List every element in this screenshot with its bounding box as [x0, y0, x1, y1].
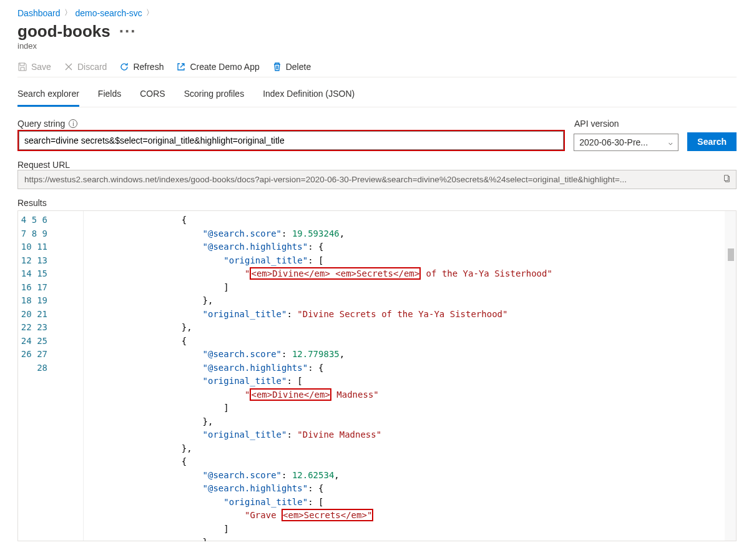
tab-fields[interactable]: Fields [98, 85, 121, 107]
delete-button[interactable]: Delete [272, 62, 311, 72]
page-title: good-books ··· [17, 22, 737, 41]
query-string-input[interactable] [19, 131, 564, 150]
breadcrumb: Dashboard 〉 demo-search-svc 〉 [17, 0, 737, 18]
code-content: { "@search.score": 19.593246, "@search.h… [84, 211, 736, 541]
results-label: Results [17, 198, 737, 208]
scrollbar-thumb[interactable] [728, 248, 734, 261]
more-actions-icon[interactable]: ··· [119, 22, 137, 41]
query-string-label: Query string i [17, 119, 566, 129]
discard-button[interactable]: Discard [64, 62, 107, 72]
chevron-right-icon: 〉 [146, 7, 154, 18]
command-bar: Save Discard Refresh Create Demo App Del… [17, 62, 737, 77]
request-url-label: Request URL [17, 160, 737, 170]
vertical-scrollbar[interactable] [725, 211, 736, 541]
save-icon [17, 62, 27, 72]
api-version-select[interactable]: 2020-06-30-Pre... ⌵ [574, 134, 678, 151]
api-version-label: API version [574, 119, 679, 129]
create-demo-app-button[interactable]: Create Demo App [176, 62, 259, 72]
refresh-button[interactable]: Refresh [119, 62, 164, 72]
page-subtitle: index [17, 41, 737, 51]
tab-index-definition[interactable]: Index Definition (JSON) [263, 85, 355, 107]
request-url-field: https://westus2.search.windows.net/index… [17, 170, 737, 189]
results-editor[interactable]: 4 5 6 7 8 9 10 11 12 13 14 15 16 17 18 1… [17, 210, 737, 541]
tab-scoring-profiles[interactable]: Scoring profiles [184, 85, 245, 107]
info-icon[interactable]: i [69, 119, 77, 128]
search-button[interactable]: Search [687, 132, 737, 151]
chevron-right-icon: 〉 [64, 7, 72, 18]
tab-search-explorer[interactable]: Search explorer [17, 85, 79, 107]
breadcrumb-dashboard[interactable]: Dashboard [17, 8, 61, 18]
copy-icon[interactable] [722, 174, 731, 185]
close-icon [64, 62, 74, 72]
tab-bar: Search explorer Fields CORS Scoring prof… [17, 85, 737, 107]
tab-cors[interactable]: CORS [140, 85, 165, 107]
refresh-icon [119, 62, 129, 72]
breadcrumb-service[interactable]: demo-search-svc [76, 8, 142, 18]
query-string-highlight-box [17, 130, 565, 151]
external-link-icon [176, 62, 186, 72]
trash-icon [272, 62, 282, 72]
line-number-gutter: 4 5 6 7 8 9 10 11 12 13 14 15 16 17 18 1… [18, 211, 52, 541]
save-button[interactable]: Save [17, 62, 51, 72]
chevron-down-icon: ⌵ [668, 139, 673, 147]
